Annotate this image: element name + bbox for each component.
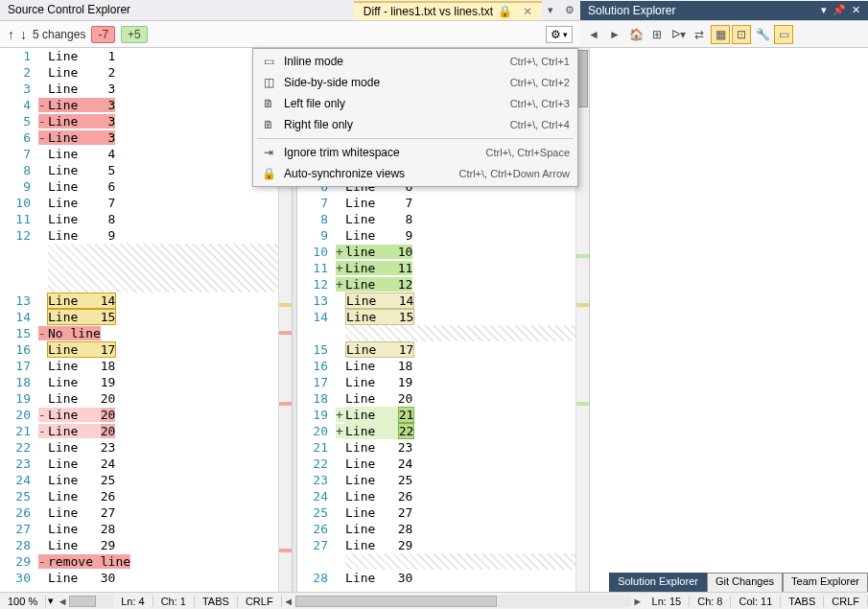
code-line[interactable]: 7Line 7: [297, 195, 575, 211]
code-line[interactable]: 22Line 24: [297, 456, 575, 472]
menu-item-left-file-only[interactable]: 🗎Left file onlyCtrl+\, Ctrl+3: [255, 93, 575, 114]
tab-solution-explorer[interactable]: Solution Explorer: [609, 573, 707, 592]
menu-item-right-file-only[interactable]: 🗎Right file onlyCtrl+\, Ctrl+4: [255, 114, 575, 135]
code-line[interactable]: 14Line 15: [0, 309, 278, 325]
code-line[interactable]: 2Line 2: [0, 64, 278, 81]
line-text: Line 8: [345, 212, 412, 226]
line-text: Line 23: [48, 440, 115, 455]
window-menu-icon[interactable]: ▾: [821, 4, 827, 16]
code-line[interactable]: 25Line 26: [0, 488, 278, 504]
code-line[interactable]: 15-No line: [0, 325, 278, 341]
menu-item-ignore-trim-whitespace[interactable]: ⇥Ignore trim whitespaceCtrl+\, Ctrl+Spac…: [255, 142, 575, 163]
show-all-icon[interactable]: ▦: [711, 25, 730, 44]
code-line[interactable]: 10Line 7: [0, 195, 278, 211]
preview-icon[interactable]: ▭: [774, 25, 793, 44]
code-line[interactable]: 18Line 19: [0, 374, 278, 390]
diff-tab[interactable]: Diff - lines1.txt vs lines.txt 🔒 ✕: [354, 1, 542, 20]
properties-icon[interactable]: 🔧: [753, 25, 772, 44]
code-line[interactable]: 4-Line 3: [0, 97, 278, 113]
code-line[interactable]: 17Line 19: [297, 374, 575, 390]
line-text: Line 15: [47, 309, 116, 325]
line-text: Line 29: [345, 538, 412, 552]
line-number: 23: [0, 457, 38, 471]
code-line[interactable]: 19+Line 21: [297, 407, 575, 423]
zoom-level[interactable]: 100 %: [0, 596, 46, 607]
tab-team-explorer[interactable]: Team Explorer: [783, 573, 868, 592]
close-panel-icon[interactable]: ✕: [852, 4, 860, 16]
next-change-button[interactable]: ↓: [20, 27, 27, 42]
code-line[interactable]: 28Line 29: [0, 537, 278, 553]
code-line[interactable]: 21Line 23: [297, 439, 575, 456]
tab-git-changes[interactable]: Git Changes: [707, 573, 783, 592]
code-line[interactable]: 8Line 8: [297, 211, 575, 227]
line-text: Line 28: [48, 522, 115, 536]
source-control-tab[interactable]: Source Control Explorer: [0, 0, 354, 20]
line-text: Line 14: [345, 293, 414, 309]
diff-settings-button[interactable]: ⚙ ▾: [546, 26, 573, 43]
line-text: Line 24: [48, 457, 115, 471]
sync-icon[interactable]: ⇄: [690, 25, 709, 44]
code-line[interactable]: 10+line 10: [297, 244, 575, 260]
code-line[interactable]: 30Line 30: [0, 570, 278, 586]
tab-dropdown-icon[interactable]: ▾: [542, 4, 559, 16]
code-line[interactable]: 12+Line 12: [297, 276, 575, 293]
chevron-down-icon: ▾: [563, 30, 568, 39]
pin-icon[interactable]: 📌: [833, 4, 846, 16]
close-icon[interactable]: ✕: [523, 5, 532, 18]
code-line[interactable]: 13Line 14: [297, 293, 575, 309]
menu-item-inline-mode[interactable]: ▭Inline modeCtrl+\, Ctrl+1: [255, 51, 575, 72]
left-pane[interactable]: 1Line 12Line 23Line 34-Line 35-Line 36-L…: [0, 48, 278, 592]
collapse-icon[interactable]: ⊡: [732, 25, 751, 44]
forward-icon[interactable]: ►: [605, 25, 624, 44]
code-line[interactable]: 24Line 26: [297, 488, 575, 504]
menu-item-side-by-side-mode[interactable]: ◫Side-by-side modeCtrl+\, Ctrl+2: [255, 72, 575, 93]
code-line[interactable]: 16Line 18: [297, 358, 575, 374]
line-number: 28: [297, 571, 336, 585]
back-icon[interactable]: ◄: [584, 25, 603, 44]
code-line[interactable]: 24Line 25: [0, 472, 278, 488]
code-line[interactable]: 12Line 9: [0, 227, 278, 244]
code-line[interactable]: 26Line 27: [0, 504, 278, 521]
prev-change-button[interactable]: ↑: [8, 27, 14, 42]
code-line[interactable]: 9Line 9: [297, 227, 575, 244]
code-line[interactable]: 20+Line 22: [297, 423, 575, 439]
code-line[interactable]: 21-Line 20: [0, 423, 278, 439]
code-line[interactable]: 15Line 17: [297, 341, 575, 358]
home-icon[interactable]: 🏠: [626, 25, 645, 44]
code-line[interactable]: 26Line 28: [297, 521, 575, 537]
code-line[interactable]: 23Line 25: [297, 472, 575, 488]
code-line[interactable]: 11+Line 11: [297, 260, 575, 276]
code-line[interactable]: 9Line 6: [0, 178, 278, 195]
code-line[interactable]: 11Line 8: [0, 211, 278, 227]
code-line[interactable]: 25Line 27: [297, 504, 575, 521]
code-line[interactable]: 1Line 1: [0, 48, 278, 64]
code-line[interactable]: 23Line 24: [0, 456, 278, 472]
code-line[interactable]: 8Line 5: [0, 162, 278, 178]
code-line[interactable]: 18Line 20: [297, 390, 575, 407]
code-line[interactable]: 3Line 3: [0, 81, 278, 97]
code-line[interactable]: 7Line 4: [0, 146, 278, 162]
code-line[interactable]: 5-Line 3: [0, 113, 278, 129]
diff-marker: -: [38, 130, 48, 145]
code-line[interactable]: 19Line 20: [0, 390, 278, 407]
line-number: 25: [297, 505, 336, 520]
switch-view-icon[interactable]: ⊞: [647, 25, 667, 44]
line-number: 10: [0, 196, 38, 210]
code-line[interactable]: 13Line 14: [0, 293, 278, 309]
code-line[interactable]: 27Line 28: [0, 521, 278, 537]
panel-tabs: Solution Explorer Git Changes Team Explo…: [609, 573, 868, 592]
code-line[interactable]: 22Line 23: [0, 439, 278, 456]
code-line[interactable]: 28Line 30: [297, 570, 575, 586]
line-text: Line 23: [345, 440, 412, 455]
code-line[interactable]: 17Line 18: [0, 358, 278, 374]
code-line[interactable]: 29-remove line: [0, 553, 278, 570]
filter-icon[interactable]: ᐅ▾: [669, 25, 688, 44]
menu-item-auto-synchronize-views[interactable]: 🔒Auto-synchronize viewsCtrl+\, Ctrl+Down…: [255, 163, 575, 184]
code-line[interactable]: 14Line 15: [297, 309, 575, 325]
tab-settings-icon[interactable]: ⚙: [559, 4, 580, 16]
code-line[interactable]: 20-Line 20: [0, 407, 278, 423]
code-line[interactable]: 6-Line 3: [0, 129, 278, 146]
code-line[interactable]: 27Line 29: [297, 537, 575, 553]
line-number: 10: [297, 245, 336, 259]
code-line[interactable]: 16Line 17: [0, 341, 278, 358]
